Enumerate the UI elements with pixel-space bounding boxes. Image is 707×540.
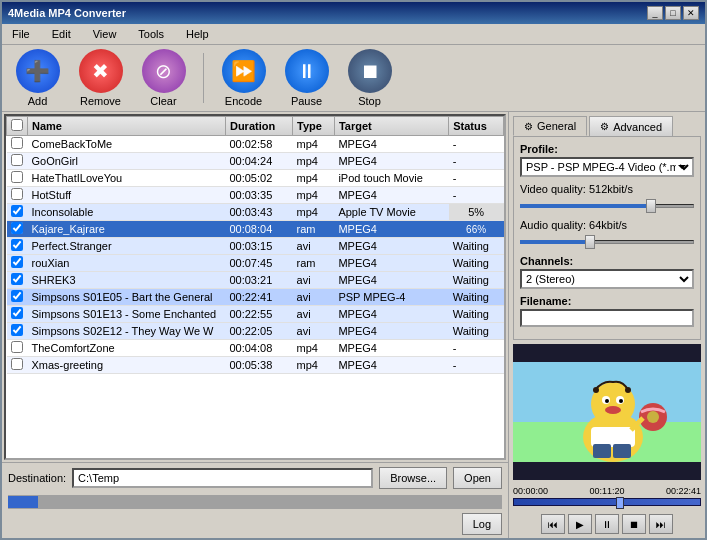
menu-help[interactable]: Help xyxy=(180,26,215,42)
row-checkbox[interactable] xyxy=(11,324,23,336)
table-row[interactable]: Simpsons S01E05 - Bart the General00:22:… xyxy=(7,289,504,306)
select-all-checkbox[interactable] xyxy=(11,119,23,131)
timeline-bar[interactable] xyxy=(513,498,701,506)
preview-area xyxy=(513,344,701,480)
open-button[interactable]: Open xyxy=(453,467,502,489)
menu-bar: File Edit View Tools Help xyxy=(2,24,705,45)
audio-quality-slider[interactable] xyxy=(520,235,694,249)
destination-input[interactable] xyxy=(72,468,373,488)
row-checkbox[interactable] xyxy=(11,239,23,251)
table-row[interactable]: Xmas-greeting00:05:38mp4MPEG4- xyxy=(7,357,504,374)
row-checkbox[interactable] xyxy=(11,137,23,149)
row-name: HotStuff xyxy=(28,187,226,204)
row-checkbox[interactable] xyxy=(11,256,23,268)
log-button[interactable]: Log xyxy=(462,513,502,535)
stop-button[interactable]: ⏹ Stop xyxy=(342,49,397,107)
row-checkbox[interactable] xyxy=(11,290,23,302)
row-duration: 00:05:02 xyxy=(225,170,292,187)
svg-point-16 xyxy=(647,411,659,423)
add-button[interactable]: ➕ Add xyxy=(10,49,65,107)
row-status: 5% xyxy=(449,204,504,221)
row-checkbox[interactable] xyxy=(11,307,23,319)
menu-edit[interactable]: Edit xyxy=(46,26,77,42)
close-button[interactable]: ✕ xyxy=(683,6,699,20)
profile-select[interactable]: PSP - PSP MPEG-4 Video (*.mp4) xyxy=(520,157,694,177)
menu-tools[interactable]: Tools xyxy=(132,26,170,42)
toolbar: ➕ Add ✖ Remove ⊘ Clear ⏩ Encode ⏸ Pause … xyxy=(2,45,705,112)
table-row[interactable]: HateThatILoveYou00:05:02mp4iPod touch Mo… xyxy=(7,170,504,187)
profile-label: Profile: xyxy=(520,143,694,155)
menu-file[interactable]: File xyxy=(6,26,36,42)
tab-general[interactable]: ⚙ General xyxy=(513,116,587,136)
row-target: Apple TV Movie xyxy=(334,204,448,221)
row-type: mp4 xyxy=(293,170,335,187)
svg-point-10 xyxy=(593,387,599,393)
skip-back-button[interactable]: ⏮ xyxy=(541,514,565,534)
audio-quality-label: Audio quality: 64kbit/s xyxy=(520,219,694,231)
channels-select[interactable]: 2 (Stereo) 1 (Mono) 6 (5.1 Surround) xyxy=(520,269,694,289)
audio-quality-thumb[interactable] xyxy=(585,235,595,249)
advanced-icon: ⚙ xyxy=(600,121,609,132)
table-row[interactable]: Perfect.Stranger00:03:15aviMPEG4Waiting xyxy=(7,238,504,255)
timeline-thumb[interactable] xyxy=(616,497,624,509)
stop-play-button[interactable]: ⏹ xyxy=(622,514,646,534)
video-quality-thumb[interactable] xyxy=(646,199,656,213)
row-duration: 00:22:05 xyxy=(225,323,292,340)
skip-forward-button[interactable]: ⏭ xyxy=(649,514,673,534)
row-checkbox[interactable] xyxy=(11,273,23,285)
row-status: Waiting xyxy=(449,306,504,323)
encode-button[interactable]: ⏩ Encode xyxy=(216,49,271,107)
remove-button[interactable]: ✖ Remove xyxy=(73,49,128,107)
row-name: Simpsons S01E05 - Bart the General xyxy=(28,289,226,306)
browse-button[interactable]: Browse... xyxy=(379,467,447,489)
row-duration: 00:03:35 xyxy=(225,187,292,204)
remove-icon: ✖ xyxy=(79,49,123,93)
table-row[interactable]: rouXian00:07:45ramMPEG4Waiting xyxy=(7,255,504,272)
menu-view[interactable]: View xyxy=(87,26,123,42)
row-checkbox[interactable] xyxy=(11,341,23,353)
row-checkbox[interactable] xyxy=(11,154,23,166)
table-row[interactable]: Simpsons S02E12 - They Way We W00:22:05a… xyxy=(7,323,504,340)
pause-label: Pause xyxy=(291,95,322,107)
table-row[interactable]: HotStuff00:03:35mp4MPEG4- xyxy=(7,187,504,204)
table-row[interactable]: Kajare_Kajrare00:08:04ramMPEG466% xyxy=(7,221,504,238)
svg-rect-14 xyxy=(613,444,631,458)
clear-icon: ⊘ xyxy=(142,49,186,93)
col-duration: Duration xyxy=(225,117,292,136)
table-row[interactable]: ComeBackToMe00:02:58mp4MPEG4- xyxy=(7,136,504,153)
row-type: mp4 xyxy=(293,357,335,374)
row-name: SHREK3 xyxy=(28,272,226,289)
row-checkbox[interactable] xyxy=(11,222,23,234)
row-type: mp4 xyxy=(293,187,335,204)
row-name: Inconsolable xyxy=(28,204,226,221)
minimize-button[interactable]: _ xyxy=(647,6,663,20)
clear-button[interactable]: ⊘ Clear xyxy=(136,49,191,107)
maximize-button[interactable]: □ xyxy=(665,6,681,20)
file-list[interactable]: Name Duration Type Target Status ComeBac… xyxy=(4,114,506,460)
row-checkbox[interactable] xyxy=(11,171,23,183)
main-content: Name Duration Type Target Status ComeBac… xyxy=(2,112,705,538)
audio-quality-row: Audio quality: 64kbit/s xyxy=(520,219,694,249)
video-timeline: 00:00:00 00:11:20 00:22:41 xyxy=(509,484,705,512)
gear-icon: ⚙ xyxy=(524,121,533,132)
row-checkbox[interactable] xyxy=(11,205,23,217)
channels-label: Channels: xyxy=(520,255,694,267)
row-target: MPEG4 xyxy=(334,238,448,255)
pause-button[interactable]: ⏸ Pause xyxy=(279,49,334,107)
table-row[interactable]: Simpsons S01E13 - Some Enchanted00:22:55… xyxy=(7,306,504,323)
row-checkbox[interactable] xyxy=(11,358,23,370)
filename-label: Filename: xyxy=(520,295,694,307)
row-name: HateThatILoveYou xyxy=(28,170,226,187)
table-row[interactable]: TheComfortZone00:04:08mp4MPEG4- xyxy=(7,340,504,357)
table-row[interactable]: Inconsolable00:03:43mp4Apple TV Movie5% xyxy=(7,204,504,221)
table-row[interactable]: SHREK300:03:21aviMPEG4Waiting xyxy=(7,272,504,289)
pause-play-button[interactable]: ⏸ xyxy=(595,514,619,534)
play-button[interactable]: ▶ xyxy=(568,514,592,534)
row-checkbox[interactable] xyxy=(11,188,23,200)
table-row[interactable]: GoOnGirl00:04:24mp4MPEG4- xyxy=(7,153,504,170)
row-duration: 00:08:04 xyxy=(225,221,292,238)
video-quality-slider[interactable] xyxy=(520,199,694,213)
tab-advanced[interactable]: ⚙ Advanced xyxy=(589,116,673,136)
row-target: MPEG4 xyxy=(334,136,448,153)
filename-input[interactable] xyxy=(520,309,694,327)
